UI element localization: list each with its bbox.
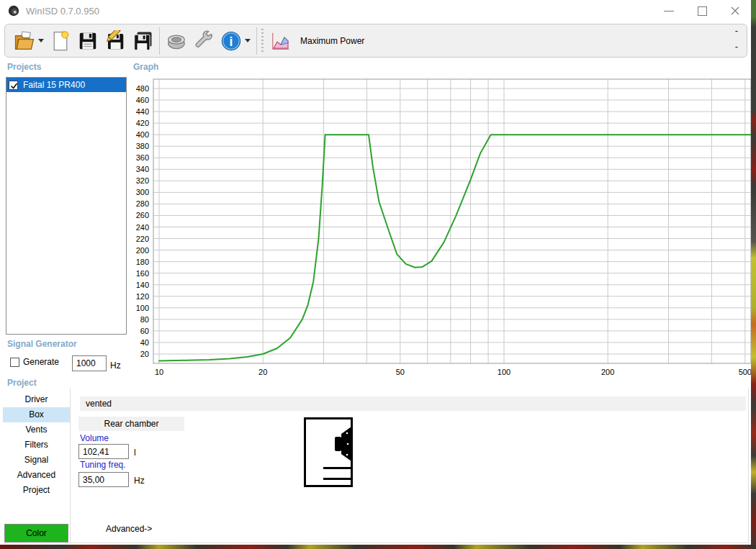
box-type-select[interactable]: vented [80,396,746,411]
svg-text:380: 380 [136,142,149,150]
volume-label[interactable]: Volume [80,433,109,443]
advanced-link[interactable]: Advanced-> [106,524,152,534]
projects-header: Projects [7,62,41,72]
generate-checkbox[interactable] [10,358,19,367]
toolbar-separator [159,27,160,55]
app-logo-icon [7,4,20,17]
info-dropdown-arrow-icon[interactable] [245,39,251,42]
toolbar-grip-handle[interactable] [261,29,264,53]
title-bar: WinISD 0.7.0.950 [0,0,752,22]
svg-text:i: i [230,34,233,48]
driver-editor-button[interactable] [163,27,190,55]
svg-text:500: 500 [739,368,752,376]
new-project-button[interactable] [47,27,74,55]
svg-text:140: 140 [136,281,149,289]
svg-text:420: 420 [136,119,149,127]
svg-text:60: 60 [140,327,149,335]
svg-text:440: 440 [136,107,149,116]
graph-type-button[interactable] [267,27,294,55]
svg-text:480: 480 [136,84,149,93]
signal-generator-header: Signal Generator [7,339,77,349]
tuning-freq-label[interactable]: Tuning freq. [80,460,126,470]
box-tab-page: vented Rear chamber Volume l Tuning freq… [70,389,749,543]
project-item-label: Faital 15 PR400 [23,80,85,90]
svg-text:280: 280 [136,199,149,208]
window-title: WinISD 0.7.0.950 [26,6,99,17]
svg-text:240: 240 [136,223,149,232]
new-document-icon [50,30,71,52]
graph-type-label: Maximum Power [300,36,364,46]
svg-text:200: 200 [136,246,149,255]
svg-text:100: 100 [498,368,510,376]
graph-header: Graph [133,62,158,72]
tab-vents[interactable]: Vents [3,422,70,437]
tab-project[interactable]: Project [3,483,70,498]
svg-text:20: 20 [140,350,149,358]
open-dropdown-arrow-icon[interactable] [38,39,44,42]
rear-chamber-tab[interactable]: Rear chamber [78,417,184,431]
svg-text:460: 460 [136,96,149,104]
svg-text:340: 340 [136,165,149,173]
project-checkbox-checked-icon[interactable] [9,81,18,90]
toolbar-dash-top: - [735,26,738,36]
signal-frequency-input[interactable] [72,355,107,371]
svg-text:180: 180 [136,258,149,266]
chart-icon [270,30,292,52]
project-panel-header: Project [7,378,37,388]
project-tab-strip: Driver Box Vents Filters Signal Advanced… [3,392,70,498]
svg-text:160: 160 [136,269,149,278]
svg-text:120: 120 [136,292,149,301]
toolbar-dash-bottom: - [735,42,738,52]
svg-text:10: 10 [155,368,163,376]
power-chart: 2040608010012014016018020022024026028030… [133,76,756,381]
desktop-edge-strip-bottom [0,545,756,549]
open-project-button[interactable] [11,27,38,55]
generate-label: Generate [23,357,59,367]
svg-text:20: 20 [258,368,267,376]
close-button[interactable] [729,4,742,17]
tab-driver[interactable]: Driver [3,392,70,407]
tab-advanced[interactable]: Advanced [3,468,70,483]
save-floppy-icon [77,30,99,52]
color-button[interactable]: Color [4,524,68,543]
tuning-freq-input[interactable] [78,472,129,487]
desktop-edge-strip-right [751,0,756,549]
toolbar-separator [256,27,257,55]
volume-input[interactable] [78,444,129,459]
save-all-icon [132,30,153,52]
projects-list[interactable]: Faital 15 PR400 [6,77,127,335]
svg-text:320: 320 [136,176,149,185]
svg-text:80: 80 [140,315,149,324]
volume-unit: l [134,448,136,458]
svg-text:400: 400 [136,130,149,139]
maximize-button[interactable] [696,4,708,17]
tab-filters[interactable]: Filters [3,437,70,453]
box-diagram [304,417,354,488]
open-folder-icon [14,30,35,52]
project-list-item[interactable]: Faital 15 PR400 [6,78,126,92]
signal-frequency-unit: Hz [110,360,121,371]
svg-text:200: 200 [601,368,614,376]
speaker-basket-icon [166,30,187,52]
tuning-freq-unit: Hz [134,476,145,486]
minimize-button[interactable] [662,4,675,17]
svg-text:300: 300 [136,188,149,196]
svg-text:100: 100 [136,304,149,312]
tab-signal[interactable]: Signal [3,453,70,468]
svg-text:40: 40 [140,338,149,347]
info-icon: i [220,30,242,52]
tab-box[interactable]: Box [3,407,70,422]
wrench-icon [193,30,215,52]
save-button[interactable] [74,27,102,55]
svg-text:220: 220 [136,235,149,243]
svg-text:360: 360 [136,153,149,162]
svg-text:50: 50 [396,368,405,376]
svg-text:260: 260 [136,211,149,219]
save-as-button[interactable] [102,27,129,55]
save-as-pencil-icon [104,30,126,52]
toolbar: i Maximum Power - - [4,24,747,58]
info-button[interactable]: i [217,27,245,55]
save-all-button[interactable] [129,27,156,55]
options-button[interactable] [190,27,217,55]
